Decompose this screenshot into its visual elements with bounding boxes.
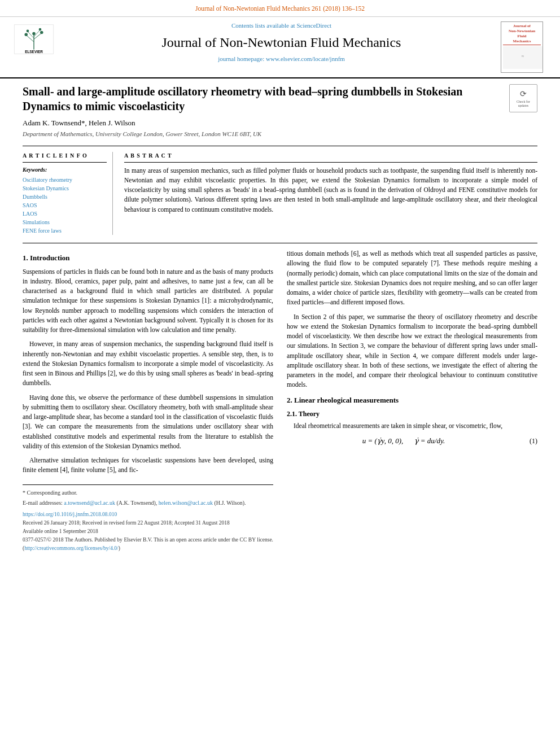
sciencedirect-link[interactable]: ScienceDirect xyxy=(296,22,331,29)
elsevier-logo: ELSEVIER xyxy=(11,24,56,58)
article-info-abstract: A R T I C L E I N F O Keywords: Oscillat… xyxy=(23,146,537,235)
journal-homepage: journal homepage: www.elsevier.com/locat… xyxy=(62,55,501,64)
email1-link[interactable]: a.townsend@ucl.ac.uk xyxy=(64,500,115,506)
section2-heading: 2. Linear rheological measurements xyxy=(287,395,537,406)
email-label: E-mail addresses: xyxy=(23,500,63,506)
svg-point-6 xyxy=(25,33,28,36)
svg-line-2 xyxy=(26,35,34,42)
theory-text: Ideal rheometrical measurements are take… xyxy=(287,421,537,431)
journal-title-block: Contents lists available at ScienceDirec… xyxy=(62,21,501,64)
top-meta: ELSEVIER Contents lists available at Sci… xyxy=(0,17,560,78)
footnote-area: * Corresponding author. E-mail addresses… xyxy=(23,484,273,553)
body-para-1: Suspensions of particles in fluids can b… xyxy=(23,267,273,335)
check-for-updates-badge: ⟳ Check forupdates xyxy=(509,84,537,112)
main-content: Small- and large-amplitude oscillatory r… xyxy=(0,78,560,558)
journal-header-bar: Journal of Non-Newtonian Fluid Mechanics… xyxy=(0,0,560,17)
keyword-7[interactable]: FENE force laws xyxy=(23,226,107,235)
equation-content: u = (γ̇y, 0, 0), γ̇ = du/dy. xyxy=(287,435,520,447)
body-para-5: titious domain methods [6], as well as m… xyxy=(287,249,537,308)
abstract-text: In many areas of suspension mechanics, s… xyxy=(124,166,537,215)
affiliation: Department of Mathematics, University Co… xyxy=(23,130,537,139)
email2-name: (H.J. Wilson). xyxy=(214,500,246,506)
svg-point-9 xyxy=(39,28,42,31)
article-info: A R T I C L E I N F O Keywords: Oscillat… xyxy=(23,152,113,235)
body-para-3: Having done this, we observe the perform… xyxy=(23,393,273,452)
article-info-heading: A R T I C L E I N F O xyxy=(23,152,107,163)
cc-license-link[interactable]: http://creativecommons.org/licenses/by/4… xyxy=(24,545,119,551)
svg-text:≈: ≈ xyxy=(522,54,524,59)
keyword-4[interactable]: SAOS xyxy=(23,201,107,209)
email2-link[interactable]: helen.wilson@ucl.ac.uk xyxy=(159,500,213,506)
body-para-2: However, in many areas of suspension mec… xyxy=(23,339,273,388)
footnote-emails: E-mail addresses: a.townsend@ucl.ac.uk (… xyxy=(23,499,273,507)
svg-point-10 xyxy=(32,32,36,35)
section1-heading: 1. Introduction xyxy=(23,252,273,264)
equation-number: (1) xyxy=(520,436,537,446)
abstract-heading: A B S T R A C T xyxy=(124,152,537,163)
svg-text:ELSEVIER: ELSEVIER xyxy=(25,50,43,54)
body-col-right: titious domain methods [6], as well as m… xyxy=(287,249,537,553)
subsection21-heading: 2.1. Theory xyxy=(287,409,537,419)
homepage-url[interactable]: www.elsevier.com/locate/jnnfm xyxy=(266,55,345,62)
svg-point-7 xyxy=(40,31,43,34)
journal-main-title: Journal of Non-Newtonian Fluid Mechanics xyxy=(62,33,501,53)
authors: Adam K. Townsend*, Helen J. Wilson xyxy=(23,118,537,129)
body-two-col: 1. Introduction Suspensions of particles… xyxy=(23,249,537,553)
abstract-section: A B S T R A C T In many areas of suspens… xyxy=(124,152,537,235)
keywords-label: Keywords: xyxy=(23,166,107,174)
body-col-left: 1. Introduction Suspensions of particles… xyxy=(23,249,273,553)
mini-logo-title: Journal ofNon-NewtonianFluidMechanics xyxy=(503,24,541,45)
email1-name: (A.K. Townsend), xyxy=(116,500,157,506)
body-divider xyxy=(23,243,537,243)
keyword-2[interactable]: Stokesian Dynamics xyxy=(23,184,107,193)
received-dates: Received 26 January 2018; Received in re… xyxy=(23,520,230,526)
keyword-1[interactable]: Oscillatory rheometry xyxy=(23,176,107,184)
journal-link[interactable]: Journal of Non-Newtonian Fluid Mechanics… xyxy=(195,5,365,12)
copyright-end: ) xyxy=(119,545,120,551)
body-para-6: In Section 2 of this paper, we summarise… xyxy=(287,312,537,390)
equation-1: u = (γ̇y, 0, 0), γ̇ = du/dy. (1) xyxy=(287,435,537,447)
paper-title: Small- and large-amplitude oscillatory r… xyxy=(23,84,498,113)
doi-link[interactable]: https://doi.org/10.1016/j.jnnfm.2018.08.… xyxy=(23,512,117,517)
footer-info: https://doi.org/10.1016/j.jnnfm.2018.08.… xyxy=(23,510,273,553)
footnote-corresponding: * Corresponding author. xyxy=(23,488,273,497)
available-online: Available online 1 September 2018 xyxy=(23,528,98,534)
svg-point-8 xyxy=(27,29,29,32)
keyword-5[interactable]: LAOS xyxy=(23,209,107,218)
body-para-4: Alternative simulation techniques for vi… xyxy=(23,456,273,475)
contents-available: Contents lists available at ScienceDirec… xyxy=(62,21,501,30)
paper-title-section: Small- and large-amplitude oscillatory r… xyxy=(23,84,537,113)
keyword-6[interactable]: Simulations xyxy=(23,218,107,226)
mini-journal-logo: Journal ofNon-NewtonianFluidMechanics ≈ xyxy=(501,21,543,73)
keyword-3[interactable]: Dumbbells xyxy=(23,193,107,201)
